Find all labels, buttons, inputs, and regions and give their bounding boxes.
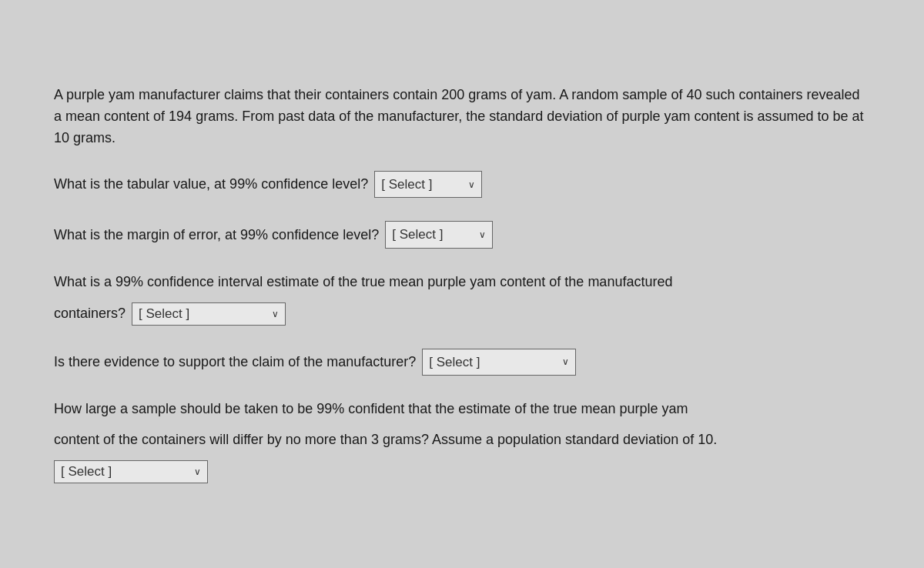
question-2-select-label: [ Select ]: [392, 225, 486, 245]
question-4-select-label: [ Select ]: [429, 352, 569, 373]
question-3-wrap: What is a 99% confidence interval estima…: [54, 272, 870, 326]
question-5-wrap: How large a sample should be taken to be…: [54, 399, 870, 483]
question-3-inline: containers? [ Select ] ∨: [54, 302, 870, 326]
main-container: A purple yam manufacturer claims that th…: [23, 62, 901, 506]
question-4-text: Is there evidence to support the claim o…: [54, 352, 416, 373]
question-5-text-line1: How large a sample should be taken to be…: [54, 399, 870, 420]
problem-text: A purple yam manufacturer claims that th…: [54, 87, 864, 145]
question-5-chevron-icon: ∨: [194, 466, 201, 477]
question-1-text: What is the tabular value, at 99% confid…: [54, 174, 368, 195]
question-4-row: Is there evidence to support the claim o…: [54, 349, 870, 376]
question-4-select[interactable]: [ Select ] ∨: [422, 349, 576, 376]
question-2-row: What is the margin of error, at 99% conf…: [54, 221, 870, 249]
question-5-select-label: [ Select ]: [61, 464, 201, 479]
question-2-select[interactable]: [ Select ] ∨: [385, 221, 493, 249]
question-4-chevron-icon: ∨: [562, 355, 569, 369]
question-5-text-line2: content of the containers will differ by…: [54, 429, 870, 451]
question-1-select-label: [ Select ]: [381, 175, 475, 195]
question-1-row: What is the tabular value, at 99% confid…: [54, 171, 870, 199]
question-3-select[interactable]: [ Select ] ∨: [132, 302, 286, 326]
question-3-text-line2: containers?: [54, 306, 126, 322]
question-3-chevron-icon: ∨: [272, 309, 279, 319]
question-3-text-line1: What is a 99% confidence interval estima…: [54, 272, 870, 293]
question-5-select[interactable]: [ Select ] ∨: [54, 460, 208, 483]
question-1-select[interactable]: [ Select ] ∨: [374, 171, 482, 199]
problem-statement: A purple yam manufacturer claims that th…: [54, 85, 870, 149]
question-5-inline: [ Select ] ∨: [54, 460, 870, 483]
question-2-chevron-icon: ∨: [479, 228, 486, 242]
question-3-select-label: [ Select ]: [139, 306, 279, 322]
question-2-text: What is the margin of error, at 99% conf…: [54, 225, 379, 246]
question-1-chevron-icon: ∨: [468, 178, 475, 192]
